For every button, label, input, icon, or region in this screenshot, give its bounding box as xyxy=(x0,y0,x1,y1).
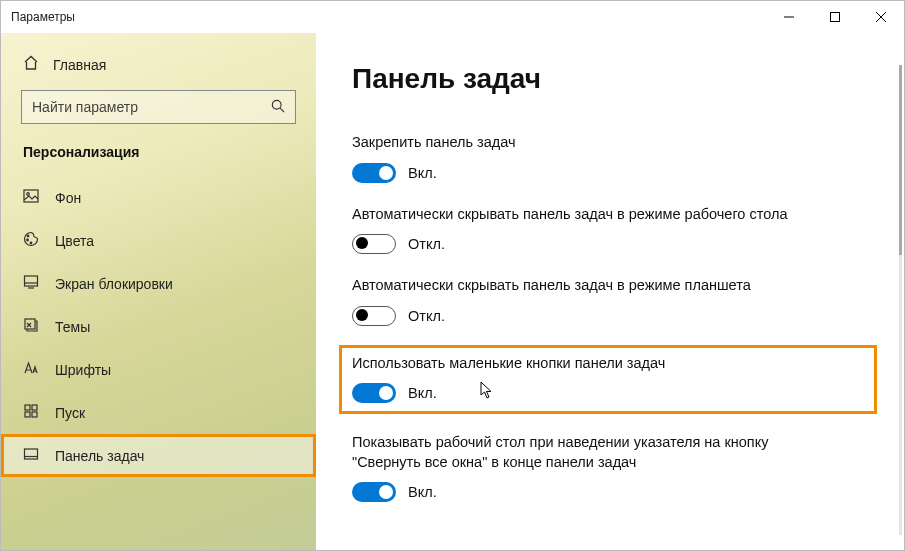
toggle-peek-desktop[interactable] xyxy=(352,482,396,502)
palette-icon xyxy=(23,231,39,250)
svg-rect-1 xyxy=(831,13,840,22)
setting-autohide-tablet: Автоматически скрывать панель задач в ре… xyxy=(352,276,864,326)
window-title: Параметры xyxy=(11,10,75,24)
toggle-state-label: Вкл. xyxy=(408,385,437,401)
setting-lock-taskbar: Закрепить панель задач Вкл. xyxy=(352,133,864,183)
start-icon xyxy=(23,403,39,422)
svg-rect-17 xyxy=(25,412,30,417)
svg-rect-19 xyxy=(25,449,38,459)
setting-label: Показывать рабочий стол при наведении ук… xyxy=(352,433,832,472)
scrollbar-thumb[interactable] xyxy=(899,65,902,255)
toggle-small-buttons[interactable] xyxy=(352,383,396,403)
fonts-icon xyxy=(23,360,39,379)
sidebar-item-label: Экран блокировки xyxy=(55,276,173,292)
sidebar-item-start[interactable]: Пуск xyxy=(1,391,316,434)
setting-label: Закрепить панель задач xyxy=(352,133,832,153)
sidebar-item-taskbar[interactable]: Панель задач xyxy=(1,434,316,477)
sidebar-item-lockscreen[interactable]: Экран блокировки xyxy=(1,262,316,305)
toggle-autohide-desktop[interactable] xyxy=(352,234,396,254)
cursor-icon xyxy=(480,381,494,402)
svg-rect-15 xyxy=(25,405,30,410)
setting-autohide-desktop: Автоматически скрывать панель задач в ре… xyxy=(352,205,864,255)
taskbar-icon xyxy=(23,446,39,465)
toggle-state-label: Откл. xyxy=(408,308,445,324)
setting-label: Автоматически скрывать панель задач в ре… xyxy=(352,205,832,225)
svg-rect-16 xyxy=(32,405,37,410)
scrollbar[interactable] xyxy=(899,65,902,535)
svg-point-7 xyxy=(27,193,30,196)
close-button[interactable] xyxy=(858,1,904,33)
sidebar-item-label: Панель задач xyxy=(55,448,144,464)
content-area: Панель задач Закрепить панель задач Вкл.… xyxy=(316,33,904,550)
picture-icon xyxy=(23,188,39,207)
setting-small-buttons: Использовать маленькие кнопки панели зад… xyxy=(342,348,874,412)
sidebar-item-background[interactable]: Фон xyxy=(1,176,316,219)
sidebar-item-label: Шрифты xyxy=(55,362,111,378)
search-input[interactable]: Найти параметр xyxy=(21,90,296,124)
sidebar: Главная Найти параметр Персонализация xyxy=(1,33,316,550)
svg-point-4 xyxy=(272,100,281,109)
sidebar-item-label: Пуск xyxy=(55,405,85,421)
setting-label: Автоматически скрывать панель задач в ре… xyxy=(352,276,832,296)
toggle-state-label: Откл. xyxy=(408,236,445,252)
svg-point-8 xyxy=(27,235,29,237)
settings-window: Параметры Главная Найти параметр xyxy=(0,0,905,551)
svg-rect-18 xyxy=(32,412,37,417)
minimize-button[interactable] xyxy=(766,1,812,33)
sidebar-item-themes[interactable]: Темы xyxy=(1,305,316,348)
toggle-autohide-tablet[interactable] xyxy=(352,306,396,326)
svg-line-5 xyxy=(280,108,284,112)
sidebar-item-label: Темы xyxy=(55,319,90,335)
themes-icon xyxy=(23,317,39,336)
svg-point-10 xyxy=(30,242,32,244)
sidebar-item-label: Цвета xyxy=(55,233,94,249)
svg-rect-6 xyxy=(24,190,38,202)
search-icon xyxy=(271,99,285,116)
section-title: Персонализация xyxy=(1,142,316,176)
sidebar-item-fonts[interactable]: Шрифты xyxy=(1,348,316,391)
toggle-lock-taskbar[interactable] xyxy=(352,163,396,183)
svg-point-9 xyxy=(27,239,29,241)
toggle-state-label: Вкл. xyxy=(408,165,437,181)
setting-label: Использовать маленькие кнопки панели зад… xyxy=(352,354,832,374)
sidebar-item-label: Фон xyxy=(55,190,81,206)
setting-peek-desktop: Показывать рабочий стол при наведении ук… xyxy=(352,433,864,502)
toggle-state-label: Вкл. xyxy=(408,484,437,500)
home-icon xyxy=(23,55,39,74)
titlebar: Параметры xyxy=(1,1,904,33)
maximize-button[interactable] xyxy=(812,1,858,33)
sidebar-nav: Фон Цвета xyxy=(1,176,316,477)
page-title: Панель задач xyxy=(352,63,864,95)
svg-rect-11 xyxy=(25,276,38,286)
lockscreen-icon xyxy=(23,274,39,293)
home-link[interactable]: Главная xyxy=(1,47,316,88)
sidebar-item-colors[interactable]: Цвета xyxy=(1,219,316,262)
search-placeholder: Найти параметр xyxy=(32,99,271,115)
home-label: Главная xyxy=(53,57,106,73)
